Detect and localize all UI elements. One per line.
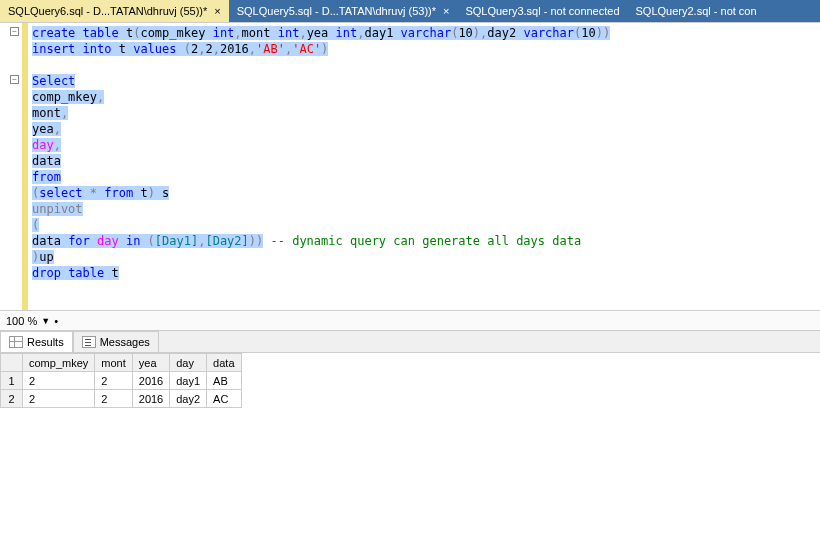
header-day[interactable]: day [170, 354, 207, 372]
fold-icon[interactable]: − [10, 27, 19, 36]
tab-query2[interactable]: SQLQuery2.sql - not con [628, 0, 765, 22]
cell[interactable]: AC [207, 390, 241, 408]
tab-label: SQLQuery6.sql - D...TATAN\dhruvj (55))* [8, 5, 207, 17]
cell[interactable]: 2016 [132, 372, 169, 390]
tab-label: Messages [100, 336, 150, 348]
zoom-bar: 100 % ▼ • [0, 310, 820, 330]
change-marker [22, 23, 28, 310]
cell[interactable]: 2016 [132, 390, 169, 408]
fold-icon[interactable]: − [10, 75, 19, 84]
close-icon[interactable]: × [214, 5, 220, 17]
tab-messages[interactable]: Messages [73, 331, 159, 352]
tab-query5[interactable]: SQLQuery5.sql - D...TATAN\dhruvj (53))* … [229, 0, 458, 22]
editor: − − create table t(comp_mkey int,mont in… [0, 22, 820, 310]
messages-icon [82, 336, 96, 348]
cell[interactable]: 2 [23, 372, 95, 390]
result-tabs: Results Messages [0, 330, 820, 352]
header-yea[interactable]: yea [132, 354, 169, 372]
zoom-level[interactable]: 100 % [6, 315, 37, 327]
cell[interactable]: 2 [95, 372, 132, 390]
header-rownum[interactable] [1, 354, 23, 372]
cell[interactable]: day2 [170, 390, 207, 408]
table-row[interactable]: 1 2 2 2016 day1 AB [1, 372, 242, 390]
tab-label: Results [27, 336, 64, 348]
table-header-row: comp_mkey mont yea day data [1, 354, 242, 372]
gutter: − − [0, 23, 28, 310]
table-row[interactable]: 2 2 2 2016 day2 AC [1, 390, 242, 408]
tab-bar: SQLQuery6.sql - D...TATAN\dhruvj (55))* … [0, 0, 820, 22]
chevron-down-icon[interactable]: ▼ [41, 316, 50, 326]
cell[interactable]: 2 [23, 390, 95, 408]
grid-icon [9, 336, 23, 348]
tab-query6[interactable]: SQLQuery6.sql - D...TATAN\dhruvj (55))* … [0, 0, 229, 22]
close-icon[interactable]: × [443, 5, 449, 17]
header-data[interactable]: data [207, 354, 241, 372]
results-grid[interactable]: comp_mkey mont yea day data 1 2 2 2016 d… [0, 352, 820, 532]
tab-label: SQLQuery2.sql - not con [636, 5, 757, 17]
cell-rownum: 1 [1, 372, 23, 390]
header-comp-mkey[interactable]: comp_mkey [23, 354, 95, 372]
tab-label: SQLQuery3.sql - not connected [465, 5, 619, 17]
zoom-grip[interactable]: • [54, 315, 58, 327]
tab-label: SQLQuery5.sql - D...TATAN\dhruvj (53))* [237, 5, 436, 17]
tab-query3[interactable]: SQLQuery3.sql - not connected [457, 0, 627, 22]
code-area[interactable]: create table t(comp_mkey int,mont int,ye… [28, 23, 820, 310]
results-table: comp_mkey mont yea day data 1 2 2 2016 d… [0, 353, 242, 408]
tab-results[interactable]: Results [0, 331, 73, 352]
cell[interactable]: 2 [95, 390, 132, 408]
header-mont[interactable]: mont [95, 354, 132, 372]
cell[interactable]: day1 [170, 372, 207, 390]
cell[interactable]: AB [207, 372, 241, 390]
cell-rownum: 2 [1, 390, 23, 408]
